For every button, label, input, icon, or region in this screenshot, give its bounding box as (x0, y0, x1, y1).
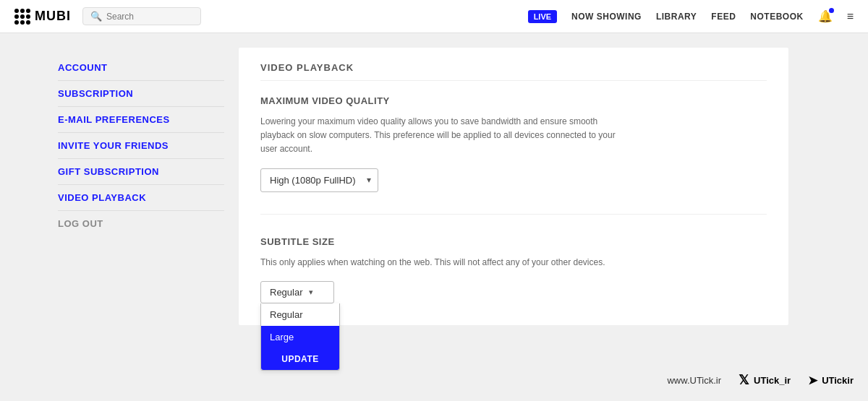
sidebar-item-log-out[interactable]: LOG OUT (58, 211, 224, 236)
nav-feed[interactable]: FEED (711, 12, 736, 22)
nav-notebook[interactable]: NOTEBOOK (750, 12, 803, 22)
subtitle-current-value: Regular (270, 287, 303, 298)
subtitle-dropdown-wrapper: Regular Regular Large UPDATE (260, 281, 334, 303)
notification-dot (829, 8, 834, 13)
watermark-website: www.UTick.ir (667, 375, 721, 386)
hamburger-menu-icon[interactable]: ≡ (847, 10, 854, 23)
logo-text: MUBI (35, 9, 71, 24)
watermark-telegram: ➤ UTickir (808, 374, 854, 387)
content-card: VIDEO PLAYBACK MAXIMUM VIDEO QUALITY Low… (239, 48, 788, 325)
subtitle-option-large[interactable]: Large (261, 326, 339, 348)
page-layout: ACCOUNT SUBSCRIPTION E-MAIL PREFERENCES … (0, 33, 868, 401)
max-video-quality-title: MAXIMUM VIDEO QUALITY (260, 95, 767, 106)
send-icon: ➤ (808, 374, 817, 387)
notification-bell-icon[interactable]: 🔔 (818, 9, 833, 23)
subtitle-dropdown-trigger[interactable]: Regular (260, 281, 334, 303)
page-title: VIDEO PLAYBACK (260, 62, 767, 81)
sidebar-item-email-preferences[interactable]: E-MAIL PREFERENCES (58, 107, 224, 133)
twitter-bird-icon: 𝕏 (739, 372, 749, 388)
max-video-quality-section: MAXIMUM VIDEO QUALITY Lowering your maxi… (260, 95, 767, 215)
subtitle-option-regular[interactable]: Regular (261, 303, 339, 326)
subtitle-size-section: SUBTITLE SIZE This only applies when wat… (260, 236, 767, 303)
video-quality-select[interactable]: High (1080p FullHD) Medium (720p HD) Low… (260, 168, 378, 192)
header-nav: LIVE NOW SHOWING LIBRARY FEED NOTEBOOK 🔔… (528, 9, 854, 23)
sidebar-item-video-playback[interactable]: VIDEO PLAYBACK (58, 185, 224, 211)
nav-now-showing[interactable]: NOW SHOWING (571, 12, 642, 22)
watermark-twitter: 𝕏 UTick_ir (739, 372, 791, 388)
subtitle-size-desc: This only applies when watching on the w… (260, 256, 622, 270)
logo-grid (14, 9, 30, 25)
video-quality-select-wrapper: High (1080p FullHD) Medium (720p HD) Low… (260, 168, 378, 192)
sidebar-item-subscription[interactable]: SUBSCRIPTION (58, 81, 224, 107)
nav-library[interactable]: LIBRARY (656, 12, 697, 22)
live-badge[interactable]: LIVE (528, 10, 557, 23)
logo[interactable]: MUBI (14, 9, 71, 25)
watermark-twitter-handle: UTick_ir (754, 375, 791, 386)
footer-watermarks: www.UTick.ir 𝕏 UTick_ir ➤ UTickir (667, 372, 854, 388)
subtitle-size-title: SUBTITLE SIZE (260, 236, 767, 247)
search-input[interactable] (106, 12, 193, 22)
sidebar: ACCOUNT SUBSCRIPTION E-MAIL PREFERENCES … (0, 33, 239, 401)
sidebar-item-invite-friends[interactable]: INVITE YOUR FRIENDS (58, 133, 224, 159)
sidebar-item-gift-subscription[interactable]: GIFT SUBSCRIPTION (58, 159, 224, 185)
max-video-quality-desc: Lowering your maximum video quality allo… (260, 115, 622, 157)
search-box[interactable]: 🔍 (82, 7, 201, 25)
main-content: VIDEO PLAYBACK MAXIMUM VIDEO QUALITY Low… (239, 33, 868, 401)
update-button[interactable]: UPDATE (261, 348, 339, 370)
watermark-telegram-handle: UTickir (822, 375, 854, 386)
header: MUBI 🔍 LIVE NOW SHOWING LIBRARY FEED NOT… (0, 0, 868, 33)
subtitle-dropdown-menu: Regular Large UPDATE (260, 303, 340, 371)
search-icon: 🔍 (90, 11, 102, 22)
sidebar-item-account[interactable]: ACCOUNT (58, 55, 224, 81)
